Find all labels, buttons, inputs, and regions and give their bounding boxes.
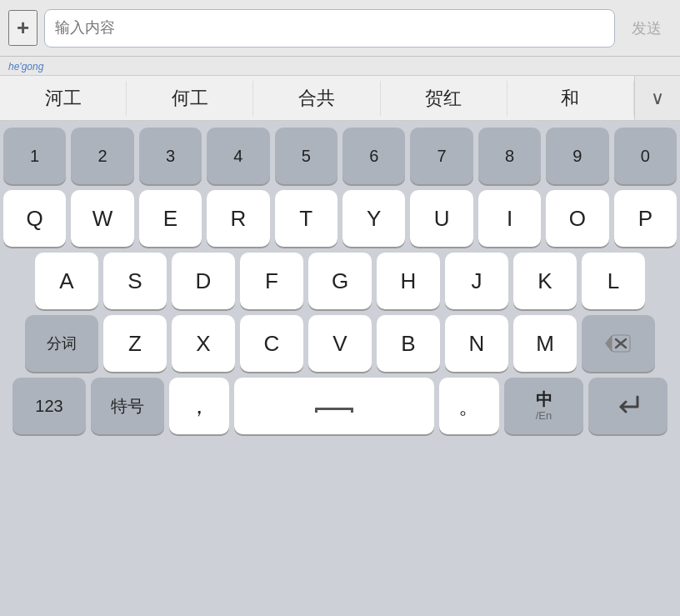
zxcv-row: 分词 Z X C V B N M <box>3 315 677 372</box>
keyboard: 1 2 3 4 5 6 7 8 9 0 Q W E R T Y U I O P … <box>0 121 680 616</box>
key-c[interactable]: C <box>240 315 303 372</box>
key-7[interactable]: 7 <box>410 128 472 184</box>
candidate-item-0[interactable]: 河工 <box>0 81 127 116</box>
svg-rect-4 <box>315 408 353 410</box>
number-row: 1 2 3 4 5 6 7 8 9 0 <box>3 128 677 184</box>
key-m[interactable]: M <box>513 315 577 372</box>
key-y[interactable]: Y <box>342 190 405 247</box>
key-8[interactable]: 8 <box>478 128 541 184</box>
key-f[interactable]: F <box>240 253 303 309</box>
key-2[interactable]: 2 <box>71 128 133 184</box>
message-input[interactable] <box>44 9 615 48</box>
key-6[interactable]: 6 <box>342 128 405 184</box>
key-u[interactable]: U <box>410 190 472 247</box>
key-5[interactable]: 5 <box>275 128 338 184</box>
key-h[interactable]: H <box>377 253 440 309</box>
key-v[interactable]: V <box>308 315 372 372</box>
key-p[interactable]: P <box>614 190 677 247</box>
key-special[interactable]: 特号 <box>91 378 164 434</box>
asdf-row: A S D F G H J K L <box>3 253 677 309</box>
qwerty-row: Q W E R T Y U I O P <box>3 190 677 247</box>
key-123[interactable]: 123 <box>12 378 86 434</box>
key-0[interactable]: 0 <box>614 128 677 184</box>
pinyin-bar: he'gong <box>0 57 680 75</box>
enter-icon <box>614 392 642 420</box>
key-l[interactable]: L <box>582 253 645 309</box>
key-comma[interactable]: ， <box>169 378 229 434</box>
key-lang[interactable]: 中 /En <box>504 378 583 434</box>
backspace-icon <box>605 333 632 353</box>
top-bar: + 发送 <box>0 0 680 57</box>
svg-marker-1 <box>605 335 612 352</box>
key-t[interactable]: T <box>275 190 338 247</box>
key-r[interactable]: R <box>207 190 269 247</box>
key-period[interactable]: 。 <box>439 378 499 434</box>
send-button[interactable]: 发送 <box>622 13 672 43</box>
enter-key[interactable] <box>588 378 668 434</box>
key-fenci[interactable]: 分词 <box>25 315 98 372</box>
svg-rect-6 <box>351 408 353 413</box>
key-3[interactable]: 3 <box>139 128 202 184</box>
key-b[interactable]: B <box>377 315 440 372</box>
key-d[interactable]: D <box>172 253 235 309</box>
key-j[interactable]: J <box>445 253 508 309</box>
lang-main: 中 <box>536 389 552 409</box>
candidate-bar: 河工 何工 合共 贺红 和 ∨ <box>0 75 680 121</box>
key-1[interactable]: 1 <box>3 128 66 184</box>
plus-button[interactable]: + <box>8 10 38 46</box>
key-n[interactable]: N <box>445 315 508 372</box>
key-9[interactable]: 9 <box>546 128 608 184</box>
key-x[interactable]: X <box>172 315 235 372</box>
key-q[interactable]: Q <box>3 190 66 247</box>
key-g[interactable]: G <box>308 253 372 309</box>
key-w[interactable]: W <box>71 190 133 247</box>
candidate-item-3[interactable]: 贺红 <box>381 81 508 116</box>
backspace-button[interactable] <box>582 315 655 372</box>
key-k[interactable]: K <box>513 253 577 309</box>
lang-sub: /En <box>536 409 552 423</box>
key-o[interactable]: O <box>546 190 608 247</box>
space-key[interactable] <box>234 378 434 434</box>
lang-inner: 中 /En <box>536 389 552 423</box>
key-a[interactable]: A <box>35 253 98 309</box>
candidate-item-2[interactable]: 合共 <box>253 81 380 116</box>
candidate-item-1[interactable]: 何工 <box>127 81 253 116</box>
key-i[interactable]: I <box>478 190 541 247</box>
pinyin-display: he'gong <box>8 61 43 73</box>
key-z[interactable]: Z <box>103 315 167 372</box>
svg-rect-5 <box>315 408 318 413</box>
key-s[interactable]: S <box>103 253 167 309</box>
key-e[interactable]: E <box>139 190 202 247</box>
candidate-item-4[interactable]: 和 <box>508 81 634 116</box>
bottom-row: 123 特号 ， 。 中 /En <box>3 378 677 434</box>
key-4[interactable]: 4 <box>207 128 269 184</box>
candidate-expand-button[interactable]: ∨ <box>634 76 680 120</box>
